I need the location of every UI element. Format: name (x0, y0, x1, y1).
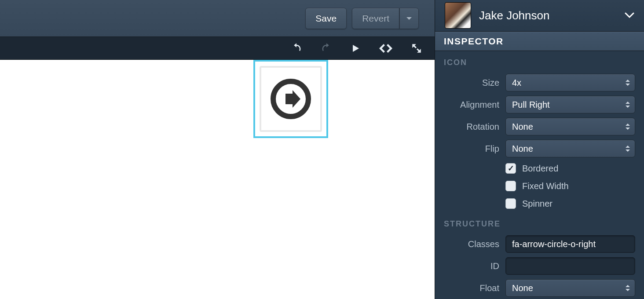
section-icon-label: ICON (435, 51, 644, 72)
icon-border-frame (260, 66, 322, 132)
fixed-width-label: Fixed Width (522, 181, 569, 191)
code-icon (378, 43, 393, 54)
redo-icon (320, 42, 333, 55)
play-icon (350, 43, 361, 54)
canvas[interactable] (0, 60, 435, 299)
tool-bar (0, 37, 435, 60)
user-name: Jake Johnson (479, 9, 617, 22)
code-button[interactable] (378, 43, 393, 54)
size-select[interactable]: 4x (505, 74, 635, 91)
undo-icon (290, 42, 303, 55)
fullscreen-button[interactable] (411, 43, 422, 54)
revert-dropdown-button[interactable] (399, 8, 419, 29)
classes-input[interactable]: fa-arrow-circle-o-right (505, 235, 635, 253)
spinner-label: Spinner (522, 199, 553, 209)
sort-icon (625, 145, 630, 153)
revert-button[interactable]: Revert (352, 8, 399, 29)
avatar (445, 2, 471, 29)
fixed-width-checkbox[interactable] (505, 181, 516, 191)
undo-button[interactable] (290, 42, 303, 55)
sort-icon (625, 123, 630, 131)
float-select[interactable]: None (505, 279, 635, 297)
right-panel: Jake Johnson INSPECTOR ICON Size 4x Alig… (435, 0, 644, 299)
top-bar: Save Revert (0, 0, 435, 37)
rotation-value: None (512, 122, 533, 132)
alignment-select[interactable]: Pull Right (505, 96, 635, 113)
id-label: ID (444, 261, 499, 271)
user-menu[interactable]: Jake Johnson (435, 0, 644, 32)
redo-button[interactable] (320, 42, 333, 55)
rotation-select[interactable]: None (505, 118, 635, 135)
arrow-circle-right-icon (269, 77, 313, 121)
selected-element[interactable] (253, 60, 328, 138)
size-value: 4x (512, 78, 521, 88)
flip-select[interactable]: None (505, 140, 635, 157)
revert-split-button: Revert (352, 8, 419, 29)
rotation-label: Rotation (444, 122, 499, 132)
spinner-checkbox[interactable] (505, 198, 516, 209)
sort-icon (625, 101, 630, 109)
section-structure-label: STRUCTURE (435, 212, 644, 233)
flip-value: None (512, 144, 533, 154)
bordered-checkbox[interactable] (505, 163, 516, 174)
id-input[interactable] (505, 257, 635, 275)
flip-label: Flip (444, 144, 499, 154)
size-label: Size (444, 78, 499, 88)
save-button[interactable]: Save (305, 8, 347, 29)
float-value: None (512, 283, 533, 293)
play-button[interactable] (350, 43, 361, 54)
sort-icon (625, 79, 630, 87)
bordered-label: Bordered (522, 164, 558, 174)
sort-icon (625, 284, 630, 292)
caret-down-icon (406, 16, 412, 21)
classes-value: fa-arrow-circle-o-right (512, 239, 596, 249)
alignment-label: Alignment (444, 100, 499, 110)
classes-label: Classes (444, 239, 499, 249)
chevron-down-icon (625, 12, 634, 18)
expand-icon (411, 43, 422, 54)
alignment-value: Pull Right (512, 100, 550, 110)
float-label: Float (444, 283, 499, 293)
inspector-header: INSPECTOR (435, 32, 644, 51)
